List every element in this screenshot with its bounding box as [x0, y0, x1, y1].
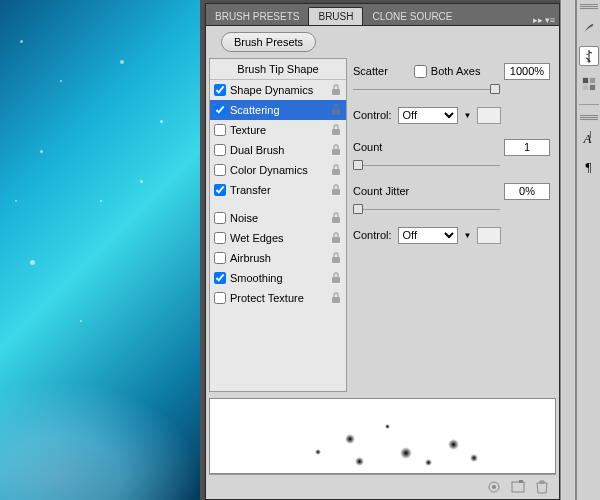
row-label: Shape Dynamics	[230, 84, 326, 96]
count-value-input[interactable]	[504, 139, 550, 156]
svg-rect-9	[332, 277, 340, 283]
row-checkbox[interactable]	[214, 104, 226, 116]
count-jitter-value-input[interactable]	[504, 183, 550, 200]
row-checkbox[interactable]	[214, 232, 226, 244]
svg-point-12	[492, 485, 496, 489]
scattering-settings: Scatter Both Axes Control: Off ▼ Count	[351, 58, 556, 392]
scatter-slider[interactable]	[353, 86, 550, 94]
both-axes-checkbox[interactable]	[414, 65, 427, 78]
svg-rect-17	[589, 78, 594, 83]
lock-icon[interactable]	[330, 184, 342, 196]
both-axes-label: Both Axes	[431, 65, 481, 77]
svg-rect-16	[582, 78, 587, 83]
row-checkbox[interactable]	[214, 124, 226, 136]
control2-select[interactable]: Off	[398, 227, 458, 244]
control2-label: Control:	[353, 229, 392, 241]
new-preset-icon[interactable]	[510, 479, 526, 493]
lock-icon[interactable]	[330, 292, 342, 304]
tab-brush-presets[interactable]: BRUSH PRESETS	[206, 8, 308, 25]
vertical-gutter	[560, 0, 576, 500]
tab-clone-source[interactable]: CLONE SOURCE	[363, 8, 461, 25]
row-label: Dual Brush	[230, 144, 326, 156]
row-checkbox[interactable]	[214, 212, 226, 224]
row-checkbox[interactable]	[214, 292, 226, 304]
lock-icon[interactable]	[330, 84, 342, 96]
row-label: Transfer	[230, 184, 326, 196]
toggle-preview-icon[interactable]	[486, 479, 502, 493]
row-label: Scattering	[230, 104, 326, 116]
svg-rect-14	[519, 480, 523, 483]
svg-rect-18	[582, 85, 587, 90]
brush-options-list: Brush Tip Shape Shape DynamicsScattering…	[209, 58, 347, 392]
row-checkbox[interactable]	[214, 184, 226, 196]
list-row-scattering[interactable]: Scattering	[210, 100, 346, 120]
list-row-protect-texture[interactable]: Protect Texture	[210, 288, 346, 308]
dock-text-icon[interactable]: A|	[579, 129, 599, 149]
dock-brush-icon[interactable]	[579, 18, 599, 38]
list-row-airbrush[interactable]: Airbrush	[210, 248, 346, 268]
row-checkbox[interactable]	[214, 272, 226, 284]
lock-icon[interactable]	[330, 272, 342, 284]
list-row-smoothing[interactable]: Smoothing	[210, 268, 346, 288]
svg-rect-10	[332, 297, 340, 303]
list-row-texture[interactable]: Texture	[210, 120, 346, 140]
scatter-value-input[interactable]	[504, 63, 550, 80]
svg-rect-19	[589, 85, 594, 90]
row-checkbox[interactable]	[214, 164, 226, 176]
svg-rect-2	[332, 129, 340, 135]
row-label: Wet Edges	[230, 232, 326, 244]
count-jitter-slider[interactable]	[353, 206, 550, 214]
svg-point-15	[587, 60, 590, 63]
count-slider[interactable]	[353, 162, 550, 170]
control1-select[interactable]: Off	[398, 107, 458, 124]
svg-rect-4	[332, 169, 340, 175]
canvas-background	[0, 0, 200, 500]
panel-collapse-icon[interactable]: ▸▸	[533, 15, 543, 25]
scatter-label: Scatter	[353, 65, 388, 77]
list-row-noise[interactable]: Noise	[210, 208, 346, 228]
lock-icon[interactable]	[330, 252, 342, 264]
list-row-shape-dynamics[interactable]: Shape Dynamics	[210, 80, 346, 100]
svg-rect-0	[332, 89, 340, 95]
lock-icon[interactable]	[330, 232, 342, 244]
brush-preview	[209, 398, 556, 474]
control2-extra-button[interactable]	[477, 227, 501, 244]
brush-tip-shape-row[interactable]: Brush Tip Shape	[210, 59, 346, 80]
row-checkbox[interactable]	[214, 252, 226, 264]
dock-grip-2[interactable]	[580, 115, 598, 121]
lock-icon[interactable]	[330, 124, 342, 136]
panel-footer	[209, 474, 556, 496]
lock-icon[interactable]	[330, 164, 342, 176]
right-dock: A| ¶	[576, 0, 600, 500]
svg-rect-1	[332, 109, 340, 115]
brush-panel: BRUSH PRESETS BRUSH CLONE SOURCE ▸▸ ▾≡ B…	[205, 3, 560, 500]
brush-presets-button[interactable]: Brush Presets	[221, 32, 316, 52]
svg-rect-7	[332, 237, 340, 243]
dock-swatches-icon[interactable]	[579, 74, 599, 94]
list-row-color-dynamics[interactable]: Color Dynamics	[210, 160, 346, 180]
svg-rect-6	[332, 217, 340, 223]
row-label: Texture	[230, 124, 326, 136]
row-checkbox[interactable]	[214, 84, 226, 96]
lock-icon[interactable]	[330, 212, 342, 224]
list-row-transfer[interactable]: Transfer	[210, 180, 346, 200]
row-label: Color Dynamics	[230, 164, 326, 176]
row-checkbox[interactable]	[214, 144, 226, 156]
svg-rect-8	[332, 257, 340, 263]
tab-brush[interactable]: BRUSH	[308, 7, 363, 25]
svg-rect-13	[512, 482, 524, 492]
dock-grip[interactable]	[580, 4, 598, 10]
trash-icon[interactable]	[534, 479, 550, 493]
lock-icon[interactable]	[330, 104, 342, 116]
count-jitter-label: Count Jitter	[353, 185, 409, 197]
dock-paragraph-icon[interactable]: ¶	[579, 157, 599, 177]
lock-icon[interactable]	[330, 144, 342, 156]
dock-usb-icon[interactable]	[579, 46, 599, 66]
control1-label: Control:	[353, 109, 392, 121]
control1-extra-button[interactable]	[477, 107, 501, 124]
list-row-wet-edges[interactable]: Wet Edges	[210, 228, 346, 248]
count-label: Count	[353, 141, 382, 153]
svg-rect-3	[332, 149, 340, 155]
list-row-dual-brush[interactable]: Dual Brush	[210, 140, 346, 160]
panel-menu-icon[interactable]: ▾≡	[545, 15, 555, 25]
